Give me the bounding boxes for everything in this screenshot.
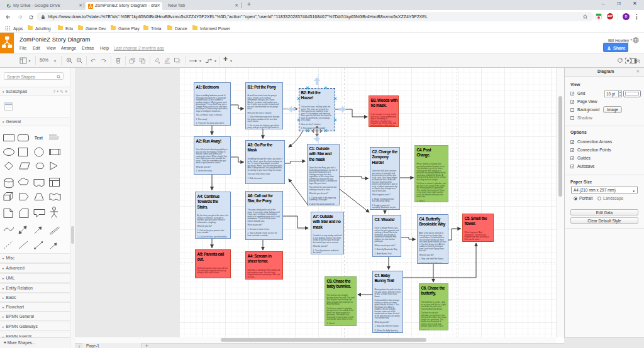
- svg-text:Text: Text: [35, 136, 43, 140]
